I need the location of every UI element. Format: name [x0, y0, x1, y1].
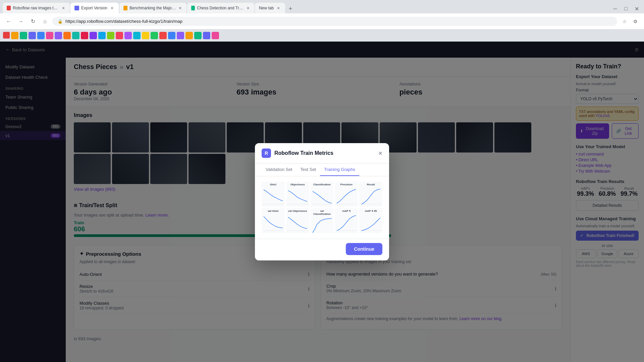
ext-icon-7[interactable]	[55, 32, 62, 39]
ext-icon-22[interactable]	[185, 32, 193, 39]
tab-2-label: Export Version	[81, 6, 107, 10]
star-icon[interactable]: ☆	[620, 17, 629, 26]
modal-body: GIoU Objectness Classification	[255, 176, 389, 239]
maximize-button[interactable]: □	[621, 4, 631, 13]
chart-map595-svg	[361, 213, 381, 233]
ext-icon-2[interactable]	[11, 32, 18, 39]
chart-recall: Recall	[359, 182, 382, 207]
modal-header: R Roboflow Train Metrics ×	[255, 143, 389, 164]
chart-classification-svg	[312, 187, 332, 206]
ext-icon-5[interactable]	[37, 32, 45, 39]
chart-val-giou-svg	[263, 213, 283, 233]
chart-giou-title: GIoU	[263, 183, 283, 186]
chart-map5-title: mAP 5	[336, 209, 357, 213]
chart-val-classification-title: val Classification	[312, 209, 332, 216]
chart-val-giou: val GIoU	[262, 208, 285, 233]
reload-button[interactable]: ↻	[28, 17, 38, 26]
tab-1-close[interactable]: ×	[61, 5, 66, 11]
lock-icon: 🔒	[58, 19, 63, 24]
ext-icon-6[interactable]	[46, 32, 53, 39]
ext-icon-1[interactable]	[3, 32, 10, 39]
ext-icon-16[interactable]	[133, 32, 141, 39]
tab-test-set[interactable]: Test Set	[296, 164, 320, 176]
tab-4-favicon	[191, 6, 195, 10]
tab-2[interactable]: Export Version ×	[70, 3, 119, 13]
tab-3[interactable]: Benchmarking the Major Cla... ×	[119, 3, 186, 13]
modal-title: Roboflow Train Metrics	[274, 150, 375, 156]
tab-3-close[interactable]: ×	[178, 5, 182, 11]
chart-giou: GIoU	[262, 182, 285, 207]
ext-icon-9[interactable]	[72, 32, 79, 39]
chart-objectness-title: Objectness	[287, 183, 308, 186]
tab-3-favicon	[123, 6, 127, 10]
tab-5-label: New tab	[259, 6, 274, 10]
tab-1[interactable]: Roboflow raw images to trai... ×	[3, 3, 70, 13]
tab-4-close[interactable]: ×	[246, 5, 250, 11]
ext-icon-10[interactable]	[81, 32, 88, 39]
ext-icon-17[interactable]	[142, 32, 149, 39]
chart-recall-title: Recall	[361, 183, 381, 186]
continue-button[interactable]: Continue	[346, 243, 382, 255]
close-window-button[interactable]: ✕	[632, 4, 641, 13]
modal-overlay[interactable]: R Roboflow Train Metrics × Validation Se…	[0, 42, 644, 362]
home-button[interactable]: ⌂	[40, 17, 50, 26]
back-nav-button[interactable]: ←	[4, 17, 13, 26]
ext-icon-14[interactable]	[116, 32, 123, 39]
modal-logo: R	[262, 148, 271, 158]
ext-icon-24[interactable]	[203, 32, 210, 39]
address-bar: ← → ↻ ⌂ 🔒 https://app.roboflow.com/datas…	[0, 13, 644, 29]
chart-classification-title: Classification	[312, 183, 332, 186]
tab-3-label: Benchmarking the Major Cla...	[129, 6, 176, 10]
tab-4-label: Chess Detection and Training u...	[197, 6, 244, 10]
extensions-icon[interactable]: ⚙	[631, 17, 640, 26]
tab-5-close[interactable]: ×	[276, 5, 281, 11]
ext-icon-13[interactable]	[107, 32, 114, 39]
tab-2-favicon	[74, 6, 79, 10]
tab-1-favicon	[7, 6, 11, 10]
ext-icon-8[interactable]	[63, 32, 71, 39]
chart-val-giou-title: val GIoU	[263, 209, 283, 213]
chart-classification: Classification	[311, 182, 334, 207]
extensions-toolbar	[0, 29, 644, 42]
modal-close-button[interactable]: ×	[378, 150, 382, 157]
ext-icon-15[interactable]	[124, 32, 132, 39]
chart-val-objectness-svg	[287, 213, 308, 233]
chart-map5: mAP 5	[335, 208, 358, 233]
url-text: https://app.roboflow.com/dataset/chess-f…	[65, 19, 182, 24]
modal-tabs: Validation Set Test Set Training Graphs	[255, 164, 389, 176]
tab-1-label: Roboflow raw images to trai...	[13, 6, 59, 10]
chart-map595: mAP 5 95	[359, 208, 382, 233]
chart-val-objectness: val Objectness	[286, 208, 309, 233]
chart-giou-svg	[263, 187, 283, 206]
tab-5[interactable]: New tab ×	[255, 3, 285, 13]
ext-icon-3[interactable]	[20, 32, 27, 39]
charts-grid: GIoU Objectness Classification	[262, 182, 382, 233]
chart-objectness-svg	[287, 187, 308, 206]
chart-val-classification: val Classification	[311, 208, 334, 233]
browser-toolbar-right: ☆ ⚙	[620, 17, 640, 26]
tab-bar: Roboflow raw images to trai... × Export …	[0, 0, 644, 13]
modal-footer: Continue	[255, 239, 389, 260]
ext-icon-19[interactable]	[159, 32, 167, 39]
chart-val-objectness-title: val Objectness	[287, 209, 308, 213]
chart-map5-svg	[336, 213, 357, 233]
ext-icon-4[interactable]	[29, 32, 36, 39]
ext-icon-18[interactable]	[151, 32, 158, 39]
ext-icon-20[interactable]	[168, 32, 175, 39]
ext-icon-25[interactable]	[212, 32, 219, 39]
minimize-button[interactable]: ─	[610, 4, 620, 13]
chart-recall-svg	[361, 187, 381, 206]
tab-training-graphs[interactable]: Training Graphs	[320, 164, 359, 176]
ext-icon-23[interactable]	[194, 32, 202, 39]
forward-nav-button[interactable]: →	[16, 17, 25, 26]
new-tab-button[interactable]: +	[286, 4, 295, 13]
ext-icon-11[interactable]	[90, 32, 97, 39]
tab-validation-set[interactable]: Validation Set	[262, 164, 296, 176]
tab-4[interactable]: Chess Detection and Training u... ×	[187, 3, 254, 13]
ext-icon-21[interactable]	[177, 32, 184, 39]
tab-2-close[interactable]: ×	[109, 5, 115, 11]
ext-icon-12[interactable]	[98, 32, 106, 39]
url-bar[interactable]: 🔒 https://app.roboflow.com/dataset/chess…	[52, 17, 617, 26]
browser-chrome: Roboflow raw images to trai... × Export …	[0, 0, 644, 42]
chart-objectness: Objectness	[286, 182, 309, 207]
